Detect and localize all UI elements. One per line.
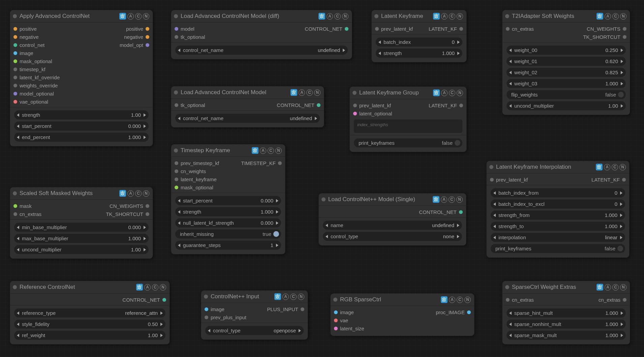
arrow-right-icon[interactable]	[144, 226, 146, 229]
arrow-left-icon[interactable]	[17, 311, 19, 315]
arrow-left-icon[interactable]	[509, 60, 512, 63]
input-port-dot-icon[interactable]	[13, 35, 17, 39]
arrow-right-icon[interactable]	[620, 191, 622, 195]
input-port-dot-icon[interactable]	[334, 319, 338, 322]
number-weight_00[interactable]: weight_000.250	[507, 46, 626, 55]
number-strength[interactable]: strength1.000	[175, 207, 281, 216]
number-sparse_mask_mult[interactable]: sparse_mask_mult1.000	[507, 331, 626, 340]
collapse-dot-icon[interactable]	[174, 148, 178, 153]
arrow-left-icon[interactable]	[378, 52, 381, 55]
arrow-left-icon[interactable]	[326, 235, 328, 238]
arrow-left-icon[interactable]	[493, 225, 496, 228]
arrow-left-icon[interactable]	[208, 329, 210, 332]
arrow-left-icon[interactable]	[17, 334, 19, 337]
node-t2i_soft[interactable]: T2IAdapter Soft Weights🕸ACNcn_extrasCN_W…	[502, 10, 630, 115]
node-header[interactable]: Latent Keyframe Interpolation🕸ACN	[487, 161, 629, 173]
number-reference_type[interactable]: reference_typereference_attn	[14, 308, 165, 318]
number-batch_index[interactable]: batch_index0	[376, 37, 462, 47]
arrow-left-icon[interactable]	[17, 237, 19, 240]
arrow-right-icon[interactable]	[144, 113, 146, 117]
input-port-dot-icon[interactable]	[13, 76, 17, 79]
arrow-right-icon[interactable]	[144, 248, 146, 251]
arrow-left-icon[interactable]	[493, 202, 496, 206]
node-header[interactable]: T2IAdapter Soft Weights🕸ACN	[502, 10, 630, 23]
arrow-right-icon[interactable]	[621, 334, 623, 337]
arrow-right-icon[interactable]	[144, 125, 146, 128]
number-weight_02[interactable]: weight_020.825	[507, 68, 626, 77]
input-port-dot-icon[interactable]	[334, 310, 338, 314]
arrow-left-icon[interactable]	[509, 82, 512, 85]
output-port-dot-icon[interactable]	[345, 27, 348, 31]
arrow-left-icon[interactable]	[17, 113, 19, 117]
arrow-left-icon[interactable]	[509, 104, 512, 108]
input-port-dot-icon[interactable]	[13, 51, 17, 55]
toggle-flip_weights[interactable]: flip_weightsfalse	[507, 90, 626, 99]
number-batch_index_from[interactable]: batch_index_from0	[491, 188, 625, 197]
arrow-left-icon[interactable]	[509, 323, 512, 326]
number-style_fidelity[interactable]: style_fidelity0.50	[14, 320, 165, 329]
output-port-dot-icon[interactable]	[162, 298, 166, 302]
toggle-inherit_missing[interactable]: inherit_missingtrue	[175, 229, 281, 239]
input-port-dot-icon[interactable]	[13, 59, 17, 63]
arrow-left-icon[interactable]	[509, 49, 512, 52]
node-header[interactable]: Latent Keyframe Group🕸ACN	[350, 87, 466, 99]
arrow-left-icon[interactable]	[178, 221, 180, 225]
arrow-left-icon[interactable]	[178, 49, 180, 52]
collapse-dot-icon[interactable]	[374, 14, 378, 18]
node-header[interactable]: Apply Advanced ControlNet🕸ACN	[10, 10, 153, 23]
node-apply_acn[interactable]: Apply Advanced ControlNet🕸ACNpositivepos…	[10, 10, 153, 146]
input-port-dot-icon[interactable]	[353, 112, 357, 115]
node-header[interactable]: ControlNet++ Input🕸ACN	[201, 291, 308, 303]
arrow-left-icon[interactable]	[326, 224, 328, 227]
arrow-left-icon[interactable]	[378, 40, 381, 44]
arrow-right-icon[interactable]	[276, 244, 278, 247]
collapse-dot-icon[interactable]	[13, 285, 17, 289]
output-port-dot-icon[interactable]	[146, 35, 149, 39]
node-header[interactable]: Reference ControlNet🕸ACN	[10, 281, 170, 294]
output-port-dot-icon[interactable]	[467, 310, 471, 314]
output-port-dot-icon[interactable]	[146, 27, 149, 31]
output-port-dot-icon[interactable]	[623, 298, 626, 302]
number-strength_from[interactable]: strength_from1.000	[491, 211, 625, 220]
arrow-right-icon[interactable]	[620, 202, 622, 206]
number-strength_to[interactable]: strength_to1.000	[491, 222, 625, 231]
number-name[interactable]: nameundefined	[323, 221, 462, 230]
input-port-dot-icon[interactable]	[13, 67, 17, 71]
arrow-left-icon[interactable]	[509, 311, 512, 315]
collapse-dot-icon[interactable]	[489, 165, 493, 169]
arrow-left-icon[interactable]	[178, 117, 180, 120]
input-port-dot-icon[interactable]	[13, 204, 17, 208]
output-port-dot-icon[interactable]	[146, 43, 149, 47]
output-port-dot-icon[interactable]	[623, 35, 626, 39]
input-port-dot-icon[interactable]	[375, 27, 379, 31]
collapse-dot-icon[interactable]	[13, 14, 17, 18]
arrow-right-icon[interactable]	[315, 117, 317, 120]
collapse-dot-icon[interactable]	[352, 91, 357, 95]
arrow-right-icon[interactable]	[160, 334, 163, 337]
node-header[interactable]: RGB SparseCtrl🕸ACN	[331, 294, 474, 306]
input-port-dot-icon[interactable]	[13, 84, 17, 87]
arrow-right-icon[interactable]	[276, 199, 278, 202]
number-weight_03[interactable]: weight_031.000	[507, 79, 626, 88]
node-load_cnpp_single[interactable]: Load ControlNet++ Model (Single)🕸ACNCONT…	[318, 193, 466, 246]
arrow-right-icon[interactable]	[343, 49, 345, 52]
input-port-dot-icon[interactable]	[175, 27, 178, 31]
output-port-dot-icon[interactable]	[146, 204, 149, 208]
input-port-dot-icon[interactable]	[175, 186, 178, 189]
number-max_base_multiplier[interactable]: max_base_multiplier1.000	[14, 234, 149, 243]
number-control_net_name[interactable]: control_net_nameundefined	[175, 114, 320, 123]
output-port-dot-icon[interactable]	[459, 104, 463, 107]
arrow-left-icon[interactable]	[493, 214, 496, 217]
node-cnpp_input[interactable]: ControlNet++ Input🕸ACNimagePLUS_INPUTpre…	[201, 290, 308, 340]
output-port-dot-icon[interactable]	[623, 27, 626, 31]
arrow-left-icon[interactable]	[493, 236, 496, 239]
node-header[interactable]: Load Advanced ControlNet Model🕸ACN	[171, 86, 324, 99]
output-port-dot-icon[interactable]	[459, 210, 463, 214]
input-port-dot-icon[interactable]	[490, 178, 494, 182]
number-strength[interactable]: strength1.000	[376, 49, 462, 58]
arrow-right-icon[interactable]	[620, 236, 622, 239]
arrow-right-icon[interactable]	[457, 224, 459, 227]
arrow-right-icon[interactable]	[621, 82, 623, 85]
arrow-left-icon[interactable]	[17, 248, 19, 251]
arrow-right-icon[interactable]	[621, 71, 623, 74]
